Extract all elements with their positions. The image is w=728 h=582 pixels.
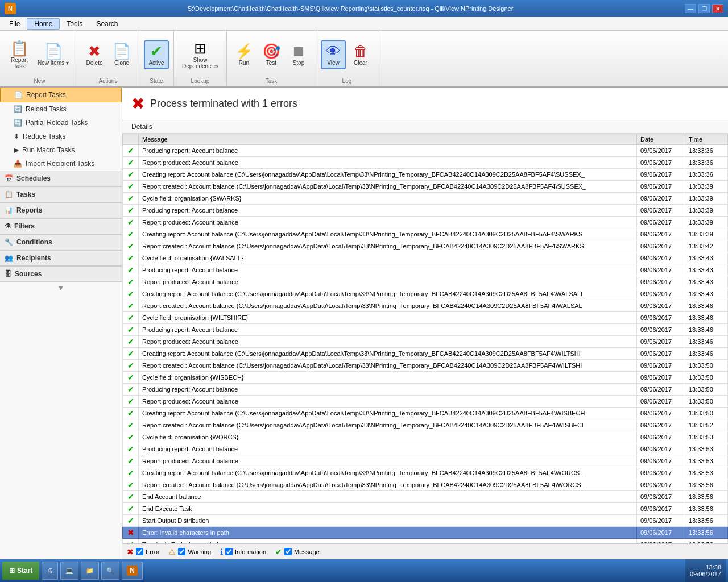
table-row[interactable]: ✔Creating report: Account balance (C:\Us… (123, 169, 728, 181)
row-status-icon: ✔ (123, 396, 139, 408)
delete-button[interactable]: ✖ Delete (82, 41, 107, 68)
new-items-button[interactable]: 📄 New Items ▾ (34, 41, 72, 68)
table-row[interactable]: ✔Report created : Account balance (C:\Us… (123, 360, 728, 372)
row-time: 13:33:36 (685, 145, 728, 157)
row-date: 09/06/2017 (637, 396, 685, 408)
table-row[interactable]: ✖Error: Invalid characters in path09/06/… (123, 527, 728, 539)
table-row[interactable]: ✔Terminate Task: Accountbalance09/06/201… (123, 539, 728, 544)
active-button[interactable]: ✔ Active (144, 40, 169, 69)
sidebar-section-recipients[interactable]: 👥 Recipients (0, 250, 122, 266)
warning-checkbox[interactable] (178, 548, 185, 555)
taskbar-search[interactable]: 🔍 (101, 562, 119, 580)
table-row[interactable]: ✔Report produced: Account balance09/06/2… (123, 157, 728, 169)
row-message: Report created : Account balance (C:\Use… (139, 479, 637, 491)
table-row[interactable]: ✔Creating report: Account balance (C:\Us… (123, 408, 728, 419)
table-row[interactable]: ✔Producing report: Account balance09/06/… (123, 205, 728, 217)
col-header-message[interactable]: Message (139, 134, 637, 145)
table-row[interactable]: ✔Creating report: Account balance (C:\Us… (123, 228, 728, 240)
table-row[interactable]: ✔Report created : Account balance (C:\Us… (123, 240, 728, 252)
test-button[interactable]: 🎯 Test (259, 41, 284, 68)
table-row[interactable]: ✔End Execute Task09/06/201713:33:56 (123, 503, 728, 515)
table-row[interactable]: ✔End Account balance09/06/201713:33:56 (123, 491, 728, 503)
menu-tools[interactable]: Tools (60, 19, 89, 29)
table-row[interactable]: ✔Producing report: Account balance09/06/… (123, 384, 728, 396)
table-row[interactable]: ✔Cycle field: organisation {WILTSHIRE}09… (123, 312, 728, 324)
sidebar-item-partial-reload-tasks[interactable]: 🔄 Partial Reload Tasks (0, 116, 122, 130)
menu-search[interactable]: Search (89, 19, 125, 29)
message-checkbox[interactable] (284, 548, 292, 555)
table-row[interactable]: ✔Report created : Account balance (C:\Us… (123, 479, 728, 491)
table-row[interactable]: ✔Report produced: Account balance09/06/2… (123, 336, 728, 348)
sidebar-item-report-tasks[interactable]: 📄 Report Tasks (0, 88, 122, 102)
table-row[interactable]: ✔Report produced: Account balance09/06/2… (123, 276, 728, 288)
row-date: 09/06/2017 (637, 419, 685, 431)
taskbar-folder[interactable]: 📁 (81, 562, 99, 580)
log-container[interactable]: Message Date Time ✔Producing report: Acc… (122, 134, 728, 543)
table-row[interactable]: ✔Creating report: Account balance (C:\Us… (123, 288, 728, 300)
row-date: 09/06/2017 (637, 408, 685, 419)
maximize-button[interactable]: ❐ (698, 4, 710, 13)
table-row[interactable]: ✔Producing report: Account balance09/06/… (123, 324, 728, 336)
table-row[interactable]: ✔Report produced: Account balance09/06/2… (123, 455, 728, 467)
row-status-icon: ✔ (123, 324, 139, 336)
table-row[interactable]: ✔Creating report: Account balance (C:\Us… (123, 467, 728, 479)
table-row[interactable]: ✔Cycle field: organisation {WISBECH}09/0… (123, 372, 728, 384)
sidebar-item-import-recipient-tasks[interactable]: 📥 Import Recipient Tasks (0, 157, 122, 171)
table-row[interactable]: ✔Cycle field: organisation {SWARKS}09/06… (123, 193, 728, 205)
table-row[interactable]: ✔Producing report: Account balance09/06/… (123, 145, 728, 157)
close-button[interactable]: ✕ (712, 4, 723, 13)
clone-button[interactable]: 📄 Clone (109, 41, 134, 68)
error-checkbox[interactable] (136, 548, 143, 555)
table-row[interactable]: ✔Producing report: Account balance09/06/… (123, 443, 728, 455)
sidebar-section-sources[interactable]: 🗄 Sources (0, 266, 122, 282)
report-task-button[interactable]: 📋 ReportTask (7, 39, 32, 72)
filter-message[interactable]: ✔ Message (275, 547, 320, 556)
table-row[interactable]: ✔Cycle field: organisation {WORCS}09/06/… (123, 431, 728, 443)
table-row[interactable]: ✔Creating report: Account balance (C:\Us… (123, 348, 728, 360)
run-button[interactable]: ⚡ Run (231, 41, 257, 68)
stop-button[interactable]: ⏹ Stop (286, 41, 311, 68)
table-row[interactable]: ✔Report produced: Account balance09/06/2… (123, 217, 728, 228)
menu-file[interactable]: File (2, 19, 27, 29)
sidebar-section-conditions[interactable]: 🔧 Conditions (0, 234, 122, 250)
row-date: 09/06/2017 (637, 169, 685, 181)
recipients-icon: 👥 (5, 254, 13, 262)
col-header-time[interactable]: Time (685, 134, 728, 145)
minimize-button[interactable]: — (685, 4, 696, 13)
col-header-date[interactable]: Date (637, 134, 685, 145)
sidebar-section-schedules[interactable]: 📅 Schedules (0, 171, 122, 186)
sidebar-section-tasks-header[interactable]: 📋 Tasks (0, 186, 122, 202)
row-status-icon: ✔ (123, 205, 139, 217)
filter-warning[interactable]: ⚠ Warning (168, 547, 211, 556)
table-row[interactable]: ✔Report created : Account balance (C:\Us… (123, 419, 728, 431)
row-status-icon: ✔ (123, 228, 139, 240)
filter-error[interactable]: ✖ Error (127, 547, 159, 556)
sidebar-item-run-macro-tasks[interactable]: ▶ Run Macro Tasks (0, 143, 122, 157)
sidebar-item-reduce-tasks[interactable]: ⬇ Reduce Tasks (0, 130, 122, 143)
filter-information[interactable]: ℹ Information (220, 547, 266, 556)
table-row[interactable]: ✔Cycle field: organisation {WALSALL}09/0… (123, 252, 728, 264)
row-time: 13:33:56 (685, 527, 728, 539)
show-dependencies-button[interactable]: ⊞ ShowDependencies (179, 39, 222, 72)
start-button[interactable]: ⊞ Start (2, 562, 39, 580)
sidebar-item-reload-tasks[interactable]: 🔄 Reload Tasks (0, 102, 122, 116)
menu-home[interactable]: Home (27, 18, 60, 30)
row-message: Creating report: Account balance (C:\Use… (139, 408, 637, 419)
table-row[interactable]: ✔Report produced: Account balance09/06/2… (123, 396, 728, 408)
clear-button[interactable]: 🗑 Clear (348, 41, 373, 68)
view-button[interactable]: 👁 View (321, 40, 346, 69)
table-row[interactable]: ✔Report created : Account balance (C:\Us… (123, 300, 728, 312)
information-checkbox[interactable] (225, 548, 233, 555)
stop-icon: ⏹ (291, 44, 306, 59)
sidebar-section-filters[interactable]: ⚗ Filters (0, 218, 122, 234)
table-row[interactable]: ✔Start Output Distribution09/06/201713:3… (123, 515, 728, 527)
table-row[interactable]: ✔Report created : Account balance (C:\Us… (123, 181, 728, 193)
sources-label: Sources (15, 270, 42, 278)
taskbar-computer[interactable]: 💻 (60, 562, 78, 580)
sidebar-section-reports[interactable]: 📊 Reports (0, 202, 122, 218)
table-row[interactable]: ✔Producing report: Account balance09/06/… (123, 264, 728, 276)
taskbar-printer[interactable]: 🖨 (42, 562, 58, 580)
taskbar-nprinting[interactable]: N (122, 562, 143, 580)
sidebar-scroll-down[interactable]: ▼ (0, 282, 122, 294)
error-icon: ✖ (131, 94, 144, 113)
